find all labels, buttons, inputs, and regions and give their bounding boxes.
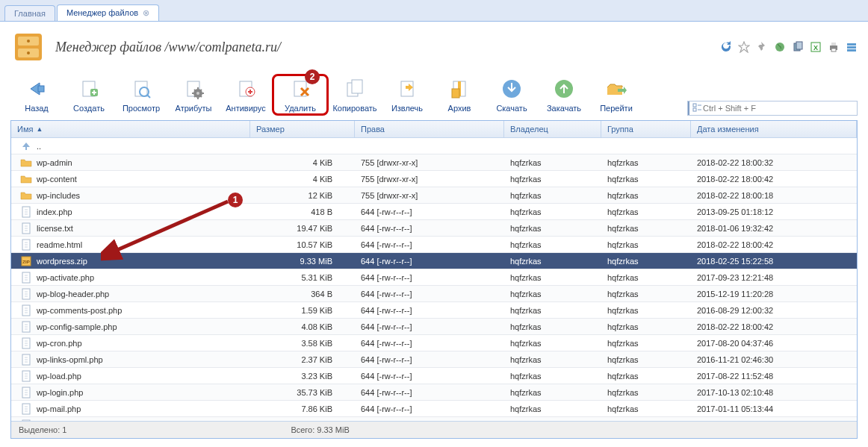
- file-date: 2017-01-11 05:13:44: [691, 404, 857, 413]
- file-perm: 644 [-rw-r--r--]: [355, 372, 504, 381]
- svg-point-5: [775, 43, 784, 51]
- file-size: 7.86 KiB: [250, 404, 355, 413]
- file-group: hqfzrkas: [601, 175, 691, 184]
- file-date: 2016-11-21 02:46:30: [691, 355, 857, 364]
- copy-button[interactable]: Копировать: [329, 74, 381, 116]
- table-row[interactable]: index.php418 B644 [-rw-r--r--]hqfzrkashq…: [11, 204, 857, 220]
- file-perm: 644 [-rw-r--r--]: [355, 273, 504, 282]
- extract-button[interactable]: Извлечь: [381, 74, 433, 116]
- print-icon[interactable]: [828, 41, 840, 53]
- goto-button[interactable]: Перейти: [590, 74, 642, 116]
- upload-icon: [552, 77, 576, 101]
- table-row[interactable]: readme.html10.57 KiB644 [-rw-r--r--]hqfz…: [11, 237, 857, 253]
- star-icon[interactable]: [738, 41, 750, 53]
- pin-icon[interactable]: [756, 41, 768, 53]
- settings-icon[interactable]: [846, 41, 858, 53]
- table-row[interactable]: wp-config-sample.php4.08 KiB644 [-rw-r--…: [11, 319, 857, 335]
- col-size[interactable]: Размер: [250, 121, 355, 137]
- archive-button[interactable]: Архив: [433, 74, 486, 116]
- file-group: hqfzrkas: [601, 404, 691, 413]
- globe-icon[interactable]: [774, 41, 786, 53]
- file-owner: hqfzrkas: [504, 224, 601, 233]
- file-icon: [20, 354, 32, 366]
- table-row[interactable]: wp-mail.php7.86 KiB644 [-rw-r--r--]hqfzr…: [11, 401, 857, 417]
- file-owner: hqfzrkas: [504, 306, 601, 315]
- table-row[interactable]: wp-cron.php3.58 KiB644 [-rw-r--r--]hqfzr…: [11, 335, 857, 351]
- sort-asc-icon: ▲: [36, 125, 43, 133]
- col-name[interactable]: Имя▲: [11, 121, 250, 137]
- col-date[interactable]: Дата изменения: [691, 121, 857, 137]
- table-row[interactable]: wp-activate.php5.31 KiB644 [-rw-r--r--]h…: [11, 269, 857, 286]
- table-row[interactable]: wp-comments-post.php1.59 KiB644 [-rw-r--…: [11, 302, 857, 319]
- annotation-badge-2: 2: [305, 69, 320, 84]
- file-icon: [20, 239, 32, 251]
- file-perm: 644 [-rw-r--r--]: [355, 388, 504, 397]
- attrs-button[interactable]: Атрибуты: [167, 74, 220, 116]
- view-button[interactable]: Просмотр: [115, 74, 167, 116]
- table-row[interactable]: ZIPwordpress.zip9.33 MiB644 [-rw-r--r--]…: [11, 253, 857, 269]
- table-row[interactable]: wp-includes12 KiB755 [drwxr-xr-x]hqfzrka…: [11, 187, 857, 204]
- file-date: 2018-01-06 19:32:42: [691, 224, 857, 233]
- file-group: hqfzrkas: [601, 306, 691, 315]
- file-perm: 644 [-rw-r--r--]: [355, 224, 504, 233]
- table-row[interactable]: wp-links-opml.php2.37 KiB644 [-rw-r--r--…: [11, 351, 857, 368]
- table-row[interactable]: wp-content4 KiB755 [drwxr-xr-x]hqfzrkash…: [11, 171, 857, 187]
- grid-header: Имя▲ Размер Права Владелец Группа Дата и…: [11, 121, 857, 138]
- svg-rect-13: [847, 43, 856, 46]
- file-icon: [20, 288, 32, 300]
- tab-Главная[interactable]: Главная: [4, 5, 55, 21]
- file-date: 2018-02-22 18:00:42: [691, 322, 857, 331]
- file-size: 3.23 KiB: [250, 372, 355, 381]
- table-row[interactable]: wp-admin4 KiB755 [drwxr-xr-x]hqfzrkashqf…: [11, 154, 857, 171]
- col-group[interactable]: Группа: [601, 121, 691, 137]
- table-row[interactable]: license.txt19.47 KiB644 [-rw-r--r--]hqfz…: [11, 220, 857, 237]
- file-perm: 755 [drwxr-xr-x]: [355, 158, 504, 167]
- folder-icon: [20, 157, 32, 169]
- annotation-badge-1: 1: [228, 193, 243, 207]
- file-owner: hqfzrkas: [504, 388, 601, 397]
- upload-button[interactable]: Закачать: [538, 74, 590, 116]
- file-group: hqfzrkas: [601, 191, 691, 200]
- file-date: 2016-08-29 12:00:32: [691, 306, 857, 315]
- status-selected: Выделено: 1: [19, 425, 66, 434]
- excel-icon[interactable]: X: [810, 41, 822, 53]
- file-perm: 755 [drwxr-xr-x]: [355, 175, 504, 184]
- table-row[interactable]: wp-login.php35.73 KiB644 [-rw-r--r--]hqf…: [11, 384, 857, 401]
- create-button[interactable]: Создать: [63, 74, 115, 116]
- table-row[interactable]: ..: [11, 138, 857, 154]
- file-icon: [20, 206, 32, 218]
- file-date: 2013-09-25 01:18:12: [691, 207, 857, 216]
- extract-icon: [395, 77, 419, 101]
- antivirus-button[interactable]: Антивирус: [220, 74, 272, 116]
- copy-icon[interactable]: [792, 41, 804, 53]
- file-perm: 755 [drwxr-xr-x]: [355, 191, 504, 200]
- file-size: 364 B: [250, 290, 355, 298]
- svg-rect-15: [847, 49, 856, 51]
- download-icon: [500, 77, 524, 101]
- back-icon: [25, 77, 49, 101]
- tab-Менеджер файлов[interactable]: Менеджер файлов⊗: [57, 4, 159, 21]
- table-row[interactable]: wp-load.php3.23 KiB644 [-rw-r--r--]hqfzr…: [11, 368, 857, 384]
- file-owner: hqfzrkas: [504, 339, 601, 348]
- file-group: hqfzrkas: [601, 388, 691, 397]
- svg-rect-7: [796, 42, 802, 49]
- file-size: 19.47 KiB: [250, 224, 355, 233]
- search-input[interactable]: [687, 101, 858, 116]
- download-button[interactable]: Скачать: [486, 74, 538, 116]
- file-owner: hqfzrkas: [504, 191, 601, 200]
- table-row[interactable]: wp-blog-header.php364 B644 [-rw-r--r--]h…: [11, 286, 857, 302]
- file-owner: hqfzrkas: [504, 207, 601, 216]
- close-icon[interactable]: ⊗: [143, 8, 149, 17]
- col-perm[interactable]: Права: [355, 121, 504, 137]
- col-owner[interactable]: Владелец: [504, 121, 601, 137]
- file-date: 2017-08-20 04:37:46: [691, 339, 857, 348]
- grid-body[interactable]: ..wp-admin4 KiB755 [drwxr-xr-x]hqfzrkash…: [11, 138, 857, 421]
- folder-icon: [20, 190, 32, 201]
- back-button[interactable]: Назад: [10, 74, 63, 116]
- delete-button[interactable]: 2Удалить: [272, 74, 329, 116]
- file-perm: 644 [-rw-r--r--]: [355, 240, 504, 249]
- file-name: index.php: [37, 207, 72, 216]
- svg-point-24: [196, 92, 199, 95]
- file-perm: 644 [-rw-r--r--]: [355, 306, 504, 315]
- refresh-icon[interactable]: [720, 41, 732, 53]
